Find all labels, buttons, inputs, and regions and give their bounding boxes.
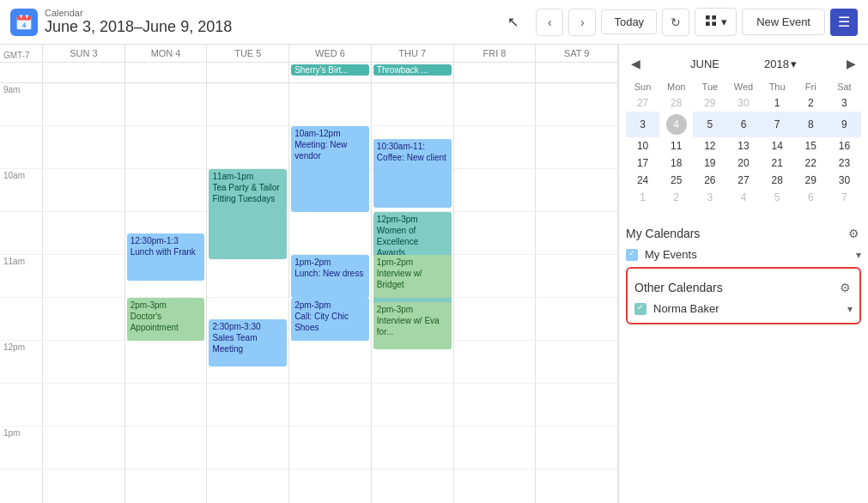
allday-event-sherrys[interactable]: Sherry's Birt... [291,64,369,76]
hour-cell[interactable] [454,126,536,169]
calendar-event[interactable]: 12:30pm-1:3 Lunch with Frank [127,233,205,281]
hour-cell[interactable] [289,83,371,126]
hour-cell[interactable] [536,169,617,212]
my-calendars-settings[interactable]: ⚙ [847,225,861,242]
hour-cell[interactable] [289,341,371,384]
mini-cal-day[interactable]: 2 [794,94,828,112]
hour-cell[interactable] [536,212,617,255]
mini-cal-day[interactable]: 24 [626,172,659,189]
hour-cell[interactable] [43,169,124,212]
mini-cal-day[interactable]: 16 [828,137,861,155]
hour-cell[interactable] [454,255,536,298]
hour-cell[interactable] [125,126,207,169]
hour-cell[interactable] [43,126,124,169]
mini-cal-day[interactable]: 7 [761,112,794,137]
hour-cell[interactable] [207,427,288,470]
mini-cal-day[interactable]: 29 [794,172,828,189]
mini-cal-day[interactable]: 3 [828,94,861,112]
hour-cell[interactable] [454,169,536,212]
mini-cal-day[interactable]: 18 [659,155,693,172]
mini-cal-day[interactable]: 19 [693,155,726,172]
mini-cal-day[interactable]: 9 [828,112,861,137]
hour-cell[interactable] [289,384,371,427]
menu-button[interactable]: ☰ [830,9,858,36]
today-button[interactable]: Today [601,9,657,34]
mini-cal-next[interactable]: ▶ [841,55,861,72]
hour-cell[interactable] [536,427,617,470]
hour-cell[interactable] [43,83,124,126]
calendar-event[interactable]: 2pm-3pm Call: City Chic Shoes [291,298,369,341]
other-calendars-settings[interactable]: ⚙ [838,279,853,296]
mini-cal-day[interactable]: 6 [794,189,828,206]
hour-cell[interactable] [536,255,617,298]
cal-expand-btn[interactable]: ▾ [847,303,853,315]
mini-cal-day[interactable]: 4 [659,112,693,137]
mini-cal-day[interactable]: 14 [761,137,794,155]
prev-button[interactable]: ‹ [536,9,563,36]
hour-cell[interactable] [454,341,536,384]
mini-cal-day[interactable]: 22 [794,155,828,172]
mini-cal-day[interactable]: 27 [626,94,659,112]
next-button[interactable]: › [568,9,596,36]
calendar-event[interactable]: 1pm-2pm Lunch: New dress [291,255,369,298]
mini-cal-day[interactable]: 15 [794,137,828,155]
calendar-event[interactable]: 2pm-3pm Interview w/ Eva for... [373,302,452,349]
calendar-event[interactable]: 10:30am-11: Coffee: New client [373,139,452,208]
hour-cell[interactable] [125,341,207,384]
cal-expand-btn[interactable]: ▾ [856,249,861,261]
mini-cal-year-btn[interactable]: 2018 ▾ [764,58,797,70]
mini-cal-day[interactable]: 30 [726,94,760,112]
mini-cal-day[interactable]: 20 [726,155,760,172]
mini-cal-day[interactable]: 5 [761,189,794,206]
new-event-button[interactable]: New Event [742,9,825,35]
hour-cell[interactable] [536,298,617,341]
hour-cell[interactable] [454,83,536,126]
hour-cell[interactable] [454,384,536,427]
hour-cell[interactable] [372,384,453,427]
allday-event-throwback[interactable]: Throwback ... [373,64,452,76]
hour-cell[interactable] [454,212,536,255]
mini-cal-day[interactable]: 2 [659,189,693,206]
mini-cal-day[interactable]: 3 [693,189,726,206]
hour-cell[interactable] [43,470,124,503]
hour-cell[interactable] [125,384,207,427]
hour-cell[interactable] [207,255,288,298]
mini-cal-day[interactable]: 12 [693,137,726,155]
hour-cell[interactable] [125,83,207,126]
hour-cell[interactable] [289,427,371,470]
calendar-event[interactable]: 2pm-3pm Doctor's Appointment [127,298,205,341]
hour-cell[interactable] [372,470,453,503]
mini-cal-day[interactable]: 25 [659,172,693,189]
mini-cal-day[interactable]: 5 [693,112,726,137]
hour-cell[interactable] [43,298,124,341]
calendar-event[interactable]: 11am-1pm Tea Party & Tailor Fitting Tues… [209,169,287,259]
mini-cal-day[interactable]: 11 [659,137,693,155]
mini-cal-day[interactable]: 28 [659,94,693,112]
mini-cal-prev[interactable]: ◀ [626,55,646,72]
refresh-button[interactable]: ↻ [662,9,689,36]
hour-cell[interactable] [125,470,207,503]
hour-cell[interactable] [125,169,207,212]
hour-cell[interactable] [536,470,617,503]
hour-cell[interactable] [372,427,453,470]
hour-cell[interactable] [536,384,617,427]
hour-cell[interactable] [289,212,371,255]
mini-cal-day[interactable]: 23 [828,155,861,172]
cal-checkbox[interactable] [634,303,646,315]
mini-cal-day[interactable]: 1 [626,189,659,206]
mini-cal-day[interactable]: 17 [626,155,659,172]
hour-cell[interactable] [536,341,617,384]
hour-cell[interactable] [536,126,617,169]
mini-cal-day[interactable]: 26 [693,172,726,189]
mini-cal-day[interactable]: 1 [761,94,794,112]
cal-checkbox[interactable] [626,249,638,261]
mini-cal-day[interactable]: 7 [828,189,861,206]
mini-cal-day[interactable]: 8 [794,112,828,137]
mini-cal-day[interactable]: 29 [693,94,726,112]
mini-cal-day[interactable]: 30 [828,172,861,189]
hour-cell[interactable] [43,341,124,384]
mini-cal-day[interactable]: 10 [626,137,659,155]
hour-cell[interactable] [125,427,207,470]
hour-cell[interactable] [43,255,124,298]
hour-cell[interactable] [454,470,536,503]
